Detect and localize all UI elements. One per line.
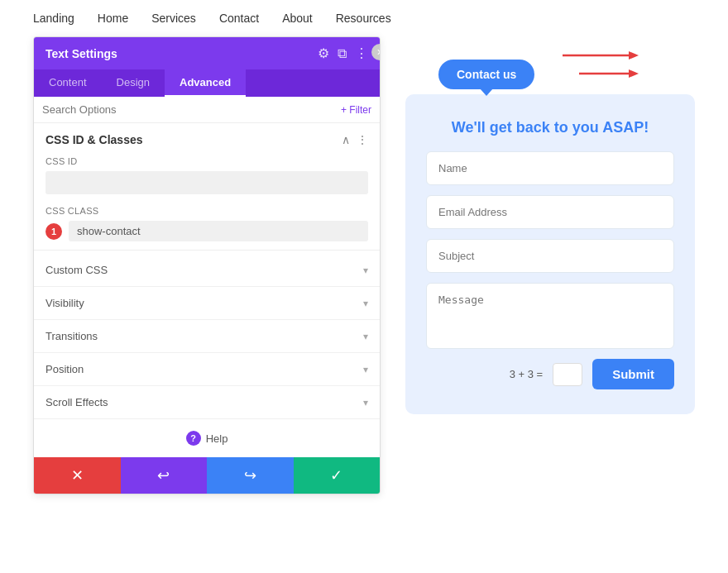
undo-button[interactable]: ↩ — [121, 457, 208, 494]
panel-title: Text Settings — [46, 47, 117, 60]
search-row: + Filter — [34, 97, 380, 123]
panel-header: Text Settings ⚙ ⧉ ⋮ — [34, 37, 380, 69]
svg-marker-1 — [629, 51, 639, 60]
nav-about[interactable]: About — [282, 12, 313, 25]
chevron-down-icon: ▾ — [363, 298, 368, 309]
nav-home[interactable]: Home — [98, 12, 128, 25]
help-icon: ? — [186, 431, 201, 446]
chevron-down-icon: ▾ — [363, 331, 368, 342]
main-area: ✕ Text Settings ⚙ ⧉ ⋮ Content Design Adv… — [0, 36, 728, 494]
accordion-label: Position — [46, 363, 84, 375]
css-class-label: CSS Class — [34, 203, 380, 219]
section-icons: ∧ ⋮ — [342, 133, 368, 146]
filter-button[interactable]: + Filter — [341, 104, 371, 116]
search-input[interactable] — [42, 103, 336, 116]
section-more-icon[interactable]: ⋮ — [357, 133, 368, 146]
contact-form-area: Contact us We'll get back to you ASAP! 3… — [405, 94, 695, 414]
panel-tabs: Content Design Advanced — [34, 69, 380, 97]
nav-landing[interactable]: Landing — [33, 12, 74, 25]
arrows-graphic — [554, 41, 678, 90]
accordion-label: Custom CSS — [46, 264, 108, 276]
badge-number: 1 — [46, 223, 62, 240]
contact-form-title: We'll get back to you ASAP! — [426, 119, 674, 136]
svg-marker-3 — [629, 69, 639, 78]
css-id-classes-header: CSS ID & Classes ∧ ⋮ — [34, 123, 380, 153]
chevron-down-icon: ▾ — [363, 364, 368, 375]
accordion-label: Transitions — [46, 330, 98, 342]
chevron-down-icon: ▾ — [363, 265, 368, 276]
tab-content[interactable]: Content — [34, 69, 102, 97]
message-input[interactable] — [426, 283, 674, 349]
accordion-transitions[interactable]: Transitions ▾ — [34, 320, 380, 353]
panel-header-icons: ⚙ ⧉ ⋮ — [318, 45, 368, 61]
contact-us-button[interactable]: Contact us — [438, 60, 534, 89]
help-label[interactable]: Help — [206, 432, 228, 445]
save-button[interactable]: ✓ — [294, 457, 381, 494]
subject-input[interactable] — [426, 239, 674, 273]
css-class-row: 1 show-contact — [46, 221, 368, 241]
submit-row: 3 + 3 = Submit — [426, 359, 674, 389]
captcha-box[interactable] — [553, 363, 582, 386]
settings-icon[interactable]: ⚙ — [318, 45, 329, 61]
text-settings-panel: ✕ Text Settings ⚙ ⧉ ⋮ Content Design Adv… — [33, 36, 381, 494]
collapse-icon[interactable]: ∧ — [342, 133, 350, 146]
accordion-label: Visibility — [46, 297, 84, 309]
panel-footer: ✕ ↩ ↪ ✓ — [34, 457, 380, 494]
nav-resources[interactable]: Resources — [336, 12, 391, 25]
accordion-scroll-effects[interactable]: Scroll Effects ▾ — [34, 386, 380, 419]
name-input[interactable] — [426, 151, 674, 185]
more-icon[interactable]: ⋮ — [355, 45, 368, 61]
accordion-visibility[interactable]: Visibility ▾ — [34, 287, 380, 320]
accordion-position[interactable]: Position ▾ — [34, 353, 380, 386]
nav-services[interactable]: Services — [151, 12, 196, 25]
email-input[interactable] — [426, 195, 674, 229]
accordion-custom-css[interactable]: Custom CSS ▾ — [34, 254, 380, 287]
chevron-down-icon: ▾ — [363, 397, 368, 408]
cancel-button[interactable]: ✕ — [34, 457, 121, 494]
help-row: ? Help — [34, 419, 380, 457]
accordion-label: Scroll Effects — [46, 396, 108, 408]
expand-icon[interactable]: ⧉ — [338, 46, 347, 61]
nav-contact[interactable]: Contact — [219, 12, 259, 25]
divider — [34, 250, 380, 251]
tab-design[interactable]: Design — [102, 69, 165, 97]
css-id-input[interactable] — [46, 171, 368, 194]
css-class-value[interactable]: show-contact — [69, 221, 368, 241]
css-id-label: CSS ID — [34, 153, 380, 170]
submit-button[interactable]: Submit — [592, 359, 674, 389]
top-nav: Landing Home Services Contact About Reso… — [0, 0, 728, 36]
redo-button[interactable]: ↪ — [207, 457, 294, 494]
tab-advanced[interactable]: Advanced — [165, 69, 246, 97]
captcha-text: 3 + 3 = — [510, 368, 543, 380]
section-title: CSS ID & Classes — [46, 133, 143, 146]
